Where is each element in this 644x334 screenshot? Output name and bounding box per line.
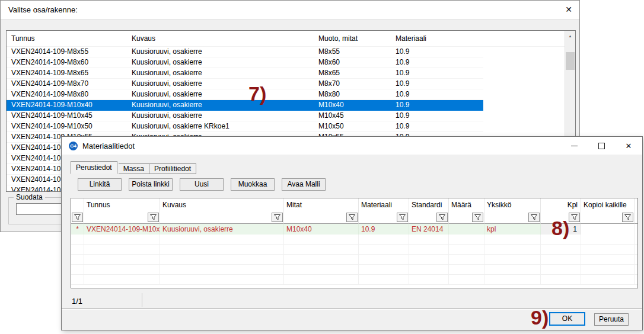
list-item[interactable]: VXEN24014-109-M8x60 Kuusioruuvi, osakier… <box>7 57 483 68</box>
grid-cell-materiaali[interactable]: 10.9 <box>359 224 409 235</box>
grid-filter-cell[interactable] <box>449 211 484 224</box>
minimize-button[interactable] <box>560 137 588 155</box>
grid-empty-cell <box>449 265 484 275</box>
grid-header-materiaali[interactable]: Materiaali <box>359 198 409 211</box>
grid-header-maara[interactable]: Määrä <box>449 198 484 211</box>
cell-materiaali: 10.9 <box>391 121 483 131</box>
grid-header-standardi[interactable]: Standardi <box>409 198 449 211</box>
list-item-selected[interactable]: VXEN24014-109-M10x40 Kuusioruuvi, osakie… <box>7 100 483 111</box>
grid-header-mitat[interactable]: Mitat <box>284 198 359 211</box>
grid-header-kopioi-kaikille[interactable]: Kopioi kaikille <box>581 198 635 211</box>
grid-filter-cell[interactable] <box>581 211 635 224</box>
cell-kuvaus: Kuusioruuvi, osakierre <box>127 57 314 68</box>
grid-empty-cell <box>284 275 359 285</box>
scroll-up-arrow-icon[interactable]: ▲ <box>565 31 575 41</box>
grid-cell-yksikko[interactable]: kpl <box>484 224 541 235</box>
grid-empty-cell <box>160 235 284 245</box>
column-header-muoto-mitat[interactable]: Muoto, mitat <box>314 34 391 43</box>
close-icon: ✕ <box>626 142 632 150</box>
list-item[interactable]: VXEN24014-109-M8x80 Kuusioruuvi, osakier… <box>7 89 483 100</box>
grid-header-kuvaus[interactable]: Kuvaus <box>160 198 284 211</box>
tab-massa[interactable]: Massa <box>119 163 149 174</box>
filter-funnel-icon[interactable] <box>569 213 580 222</box>
filter-funnel-icon[interactable] <box>528 213 540 222</box>
grid-empty-cell <box>449 235 484 245</box>
grid-empty-cell <box>635 255 638 265</box>
grid-cell-kuvaus[interactable]: Kuusioruuvi, osakierre <box>160 224 284 235</box>
list-item[interactable]: VXEN24014-109-M10x50 Kuusioruuvi, osakie… <box>7 121 483 132</box>
grid-filter-filler <box>635 211 638 224</box>
cell-tunnus: VXEN24014-109-M8x65 <box>7 68 127 78</box>
ok-button[interactable]: OK <box>549 312 585 326</box>
cancel-button[interactable]: Peruuta <box>594 313 629 326</box>
cell-muoto: M8x55 <box>314 47 391 57</box>
grid-empty-cell <box>284 265 359 275</box>
grid-filter-cell[interactable] <box>84 211 160 224</box>
filter-group-label: Suodata <box>14 193 45 201</box>
grid-empty-cell <box>84 275 160 285</box>
new-button[interactable]: Uusi <box>180 178 224 191</box>
list-item[interactable]: VXEN24014-109-M8x70 Kuusioruuvi, osakier… <box>7 79 483 89</box>
filter-funnel-icon[interactable] <box>272 213 283 222</box>
grid-corner <box>71 198 84 211</box>
grid-cell-tunnus[interactable]: VXEN24014-109-M10x40 <box>84 224 160 235</box>
scrollbar-thumb[interactable] <box>566 52 575 70</box>
column-header-kuvaus[interactable]: Kuvaus <box>127 34 314 43</box>
cell-kuvaus: Kuusioruuvi, osakierre <box>127 79 314 89</box>
maximize-button[interactable] <box>588 137 615 155</box>
filter-funnel-icon[interactable] <box>622 213 633 222</box>
filter-funnel-icon[interactable] <box>397 213 408 222</box>
annotation-step-7: 7) <box>248 84 266 104</box>
grid-filter-cell[interactable] <box>284 211 359 224</box>
cell-materiaali: 10.9 <box>391 111 483 121</box>
grid-empty-cell <box>409 255 449 265</box>
grid-empty-cell <box>359 275 409 285</box>
cell-kuvaus: Kuusioruuvi, osakierre <box>127 68 314 78</box>
column-header-materiaali[interactable]: Materiaali <box>391 34 483 43</box>
filter-funnel-icon[interactable] <box>72 213 83 222</box>
grid-empty-cell <box>484 275 541 285</box>
link-button[interactable]: Linkitä <box>78 178 122 191</box>
close-button[interactable]: ✕ <box>615 137 642 155</box>
annotation-step-8: 8) <box>551 218 569 238</box>
filter-funnel-icon[interactable] <box>472 213 483 222</box>
grid-empty-cell <box>284 245 359 255</box>
grid-empty-cell <box>449 255 484 265</box>
grid-filter-cell[interactable] <box>359 211 409 224</box>
grid-empty-cell <box>484 255 541 265</box>
grid-cell-mitat[interactable]: M10x40 <box>284 224 359 235</box>
grid-header-kpl[interactable]: Kpl <box>541 198 581 211</box>
cell-muoto: M8x65 <box>314 68 391 78</box>
list-item[interactable]: VXEN24014-109-M8x65 Kuusioruuvi, osakier… <box>7 68 483 79</box>
column-header-tunnus[interactable]: Tunnus <box>7 34 127 43</box>
tab-perustiedot[interactable]: Perustiedot <box>71 161 117 174</box>
filter-funnel-icon[interactable] <box>436 213 448 222</box>
grid-empty-cell <box>581 255 635 265</box>
grid-empty-cell <box>541 255 581 265</box>
grid-filter-cell[interactable] <box>409 211 449 224</box>
grid-empty-cell <box>84 235 160 245</box>
grid-cell-kopioi-kaikille[interactable] <box>581 224 635 235</box>
tab-profiilitiedot[interactable]: Profiilitiedot <box>149 163 196 174</box>
grid-header-tunnus[interactable]: Tunnus <box>84 198 160 211</box>
open-model-button[interactable]: Avaa Malli <box>282 178 326 191</box>
cell-materiaali: 10.9 <box>391 100 483 110</box>
list-item[interactable]: VXEN24014-109-M10x45 Kuusioruuvi, osakie… <box>7 111 483 121</box>
cell-tunnus: VXEN24014-109-M10x45 <box>7 111 127 121</box>
remove-link-button[interactable]: Poista linkki <box>129 178 173 191</box>
filter-funnel-icon[interactable] <box>346 213 358 222</box>
grid-empty-cell <box>581 245 635 255</box>
grid-filter-cell[interactable] <box>71 211 84 224</box>
parts-list-header: Tunnus Kuvaus Muoto, mitat Materiaali <box>7 31 575 47</box>
edit-button[interactable]: Muokkaa <box>231 178 275 191</box>
tab-strip: Perustiedot Massa Profiilitiedot <box>71 161 196 174</box>
grid-header-yksikko[interactable]: Yksikkö <box>484 198 541 211</box>
filter-funnel-icon[interactable] <box>148 213 159 222</box>
cell-kuvaus: Kuusioruuvi, osakierre <box>127 111 314 121</box>
grid-filter-cell[interactable] <box>484 211 541 224</box>
list-item[interactable]: VXEN24014-109-M8x55 Kuusioruuvi, osakier… <box>7 47 483 57</box>
grid-cell-maara[interactable] <box>449 224 484 235</box>
grid-filter-cell[interactable] <box>160 211 284 224</box>
close-button[interactable]: ✕ <box>562 3 576 16</box>
grid-cell-standardi[interactable]: EN 24014 <box>409 224 449 235</box>
